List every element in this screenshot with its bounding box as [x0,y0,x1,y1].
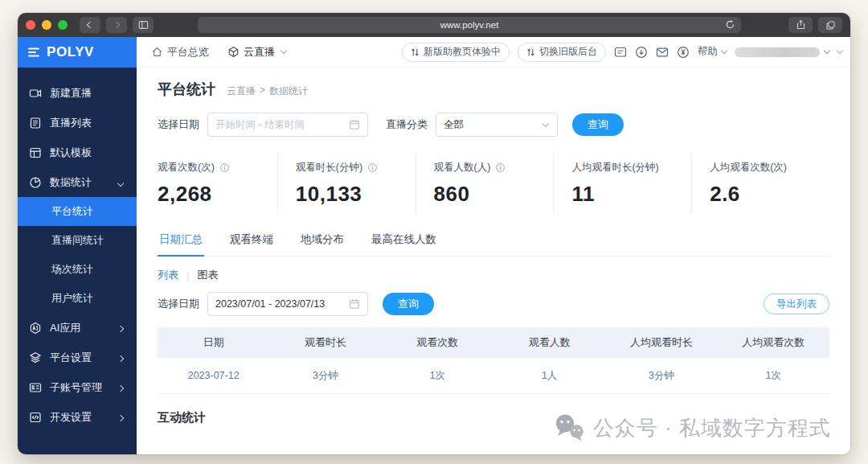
stats-table: 日期 观看时长 观看次数 观看人数 人均观看时长 人均观看次数 2023-07-… [158,327,829,394]
sidebar-item-platform-settings[interactable]: 平台设置 [18,343,137,372]
browser-back-button[interactable] [80,17,100,33]
pill-label: 新版助教页体验中 [424,45,501,59]
traffic-lights [26,20,68,30]
table-header-view-minutes: 观看时长 [269,335,381,350]
breadcrumb: 云直播 > 数据统计 [227,84,308,98]
category-filter-label: 直播分类 [386,117,428,132]
table-header-avg-views: 人均观看次数 [718,335,829,350]
stat-value: 860 [434,182,554,207]
tab-region-distribution[interactable]: 地域分布 [299,224,346,256]
export-list-button[interactable]: 导出列表 [764,294,829,314]
tab-overview-button[interactable] [818,17,842,33]
new-version-toggle-button[interactable]: 新版助教页体验中 [402,43,510,62]
sidebar-submenu-data-stats: 平台统计 直播间统计 场次统计 用户统计 [18,197,137,313]
wechat-icon [553,413,587,443]
sidebar-item-subaccount-management[interactable]: 子账号管理 [18,372,137,402]
date-range-input-filled[interactable]: 2023/07/01 - 2023/07/13 [207,292,368,316]
sidebar-item-label: 直播列表 [50,116,92,130]
switch-old-version-button[interactable]: 切换旧版后台 [518,43,606,62]
sidebar-item-room-stats[interactable]: 直播间统计 [18,226,137,255]
comment-icon [614,46,627,59]
sidebar-item-ai-apps[interactable]: AI应用 [18,313,137,343]
tab-peak-online[interactable]: 最高在线人数 [370,224,438,256]
close-window-button[interactable] [26,20,35,30]
breadcrumb-root[interactable]: 云直播 [227,84,256,98]
sidebar-item-data-stats[interactable]: 数据统计 [18,167,137,197]
sidebar-subitem-label: 平台统计 [51,204,93,219]
help-menu[interactable]: 帮助 [698,45,727,59]
mail-button[interactable] [656,46,669,59]
main-area: 平台总览 云直播 新版助教页体验中 切换 [137,37,850,454]
app-frame: POLYV 新建直播 直播列表 默认模板 [18,37,850,454]
calendar-icon [349,119,360,130]
info-icon[interactable] [495,162,506,173]
sidebar-item-user-stats[interactable]: 用户统计 [18,284,137,313]
sidebar-item-dev-settings[interactable]: 开发设置 [18,402,137,432]
view-switch-separator: | [186,269,189,281]
cell-view-minutes: 3分钟 [269,369,381,383]
minimize-window-button[interactable] [42,20,51,30]
calendar-icon [349,298,360,310]
message-center-button[interactable] [614,46,627,59]
table-filter-row: 选择日期 2023/07/01 - 2023/07/13 查询 导出列表 [158,292,829,316]
category-select[interactable]: 全部 [436,113,558,137]
chevron-down-icon [721,47,727,54]
account-menu[interactable] [735,47,829,57]
nav-platform-overview[interactable]: 平台总览 [151,45,209,60]
chevron-down-icon [824,47,830,54]
view-list-link[interactable]: 列表 [158,268,178,282]
panel-collapse-chevron[interactable] [837,47,843,54]
address-bar[interactable]: www.polyv.net [198,17,741,33]
sidebar-toggle-icon [137,19,149,31]
watermark: 公众号 · 私域数字方程式 [553,413,831,443]
pie-chart-icon [29,176,42,189]
stat-label: 人均观看次数(次) [710,161,787,175]
stat-label: 观看时长(分钟) [296,161,362,175]
ai-hexagon-icon [29,322,42,335]
sidebar-item-live-list[interactable]: 直播列表 [18,108,137,138]
sidebar-item-default-template[interactable]: 默认模板 [18,138,137,167]
sidebar-item-label: 平台设置 [50,351,92,365]
cell-avg-minutes: 3分钟 [605,369,717,383]
sidebar-item-platform-stats[interactable]: 平台统计 [18,197,137,226]
view-switch: 列表 | 图表 [158,268,829,282]
browser-forward-button[interactable] [106,17,127,33]
list-icon [29,117,42,129]
browser-sidebar-toggle-button[interactable] [133,17,154,33]
nav-label: 云直播 [244,45,275,60]
reload-button[interactable] [725,19,735,30]
view-chart-link[interactable]: 图表 [197,268,218,282]
info-icon[interactable] [367,162,378,173]
chevron-right-icon [118,351,123,363]
home-icon [151,46,163,58]
stat-value: 11 [571,182,691,207]
zoom-window-button[interactable] [58,20,68,30]
share-button[interactable] [788,17,813,33]
download-center-button[interactable] [635,46,648,59]
url-text: www.polyv.net [440,20,499,30]
sidebar-item-label: 子账号管理 [50,380,102,395]
chevron-right-icon [118,322,123,334]
tab-view-terminal[interactable]: 观看终端 [228,224,275,256]
table-row[interactable]: 2023-07-12 3分钟 1次 1人 3分钟 1次 [158,358,829,394]
stats-tabs: 日期汇总 观看终端 地域分布 最高在线人数 [158,224,829,257]
polyv-logo[interactable]: POLYV [18,37,137,68]
stat-label: 观看次数(次) [158,161,215,175]
video-camera-icon [29,87,42,100]
template-icon [29,146,42,159]
browser-window: www.polyv.net POLYV [18,13,850,454]
mail-icon [656,46,669,59]
query-button[interactable]: 查询 [572,113,624,136]
tab-date-summary[interactable]: 日期汇总 [158,224,204,256]
date-range-input[interactable]: 开始时间 - 结束时间 [207,113,368,137]
sidebar-item-new-live[interactable]: 新建直播 [18,78,137,108]
watermark-text: 公众号 · 私域数字方程式 [593,414,831,442]
sidebar-item-session-stats[interactable]: 场次统计 [18,255,137,284]
table-query-button[interactable]: 查询 [383,293,434,315]
cell-avg-views: 1次 [718,369,829,383]
chevron-left-icon [87,22,93,28]
nav-cloud-live[interactable]: 云直播 [227,45,286,60]
table-header-row: 日期 观看时长 观看次数 观看人数 人均观看时长 人均观看次数 [158,327,829,358]
info-icon[interactable] [219,162,230,173]
billing-button[interactable] [677,46,690,59]
